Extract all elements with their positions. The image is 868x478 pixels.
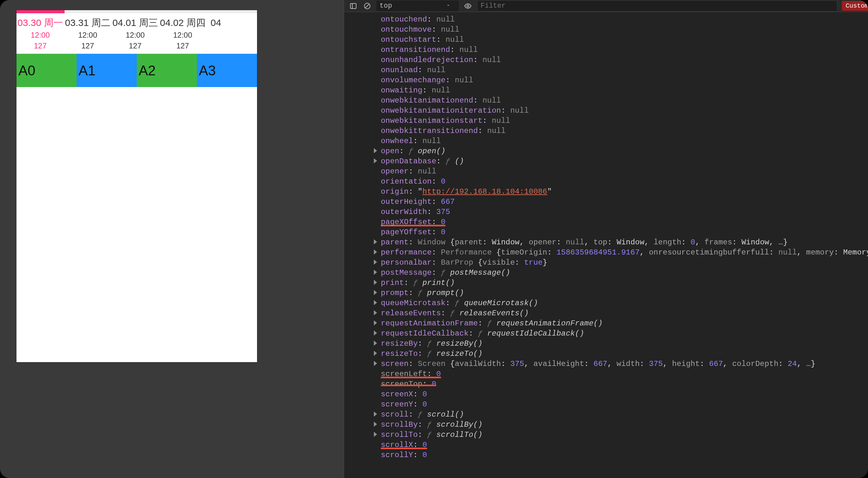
object-property-row: onwheel: null: [344, 136, 868, 146]
object-property-row: outerWidth: 375: [344, 207, 868, 217]
object-property-row[interactable]: postMessage: ƒ postMessage(): [344, 268, 868, 278]
object-property-row: screenLeft: 0: [344, 369, 868, 379]
tab-date: 03.30 周一: [17, 17, 64, 29]
expand-triangle-icon[interactable]: [374, 320, 377, 325]
object-property-row: screenTop: 0: [344, 379, 868, 389]
expand-triangle-icon[interactable]: [374, 148, 377, 153]
object-property-row: onunload: null: [344, 65, 868, 75]
expand-triangle-icon[interactable]: [374, 280, 377, 285]
object-property-row: onwebkitanimationstart: null: [344, 116, 868, 126]
object-property-row: scrollY: 0: [344, 450, 868, 460]
object-property-row: onwebkittransitionend: null: [344, 126, 868, 136]
object-property-row: ontouchend: null: [344, 14, 868, 25]
devtools-console: top Custom levels ontouchend: nullontouc…: [344, 0, 868, 478]
tab-count: 127: [64, 41, 112, 51]
object-property-row: orientation: 0: [344, 177, 868, 187]
date-tab[interactable]: 04: [207, 17, 225, 29]
tab-date: 04.02 周四: [159, 17, 207, 29]
object-property-row[interactable]: resizeBy: ƒ resizeBy(): [344, 339, 868, 349]
grid-cell[interactable]: A1: [76, 54, 137, 87]
expand-triangle-icon[interactable]: [374, 310, 377, 315]
expand-triangle-icon[interactable]: [374, 351, 377, 356]
tab-date: 04.01 周三: [112, 17, 159, 29]
object-property-row[interactable]: screen: Screen {availWidth: 375, availHe…: [344, 359, 868, 369]
chevron-down-icon: [446, 2, 451, 10]
object-property-row[interactable]: performance: Performance {timeOrigin: 15…: [344, 248, 868, 258]
expand-triangle-icon[interactable]: [374, 361, 377, 366]
expand-triangle-icon[interactable]: [374, 422, 377, 427]
object-property-row[interactable]: personalbar: BarProp {visible: true}: [344, 258, 868, 268]
expand-triangle-icon[interactable]: [374, 260, 377, 265]
context-selector-label: top: [379, 2, 392, 10]
tab-count: 127: [17, 41, 64, 51]
cells-row: A0A1A2A3: [17, 54, 257, 87]
object-property-row: ontransitionend: null: [344, 45, 868, 55]
object-property-row[interactable]: prompt: ƒ prompt(): [344, 288, 868, 298]
grid-cell[interactable]: A3: [197, 54, 257, 87]
grid-cell[interactable]: A2: [137, 54, 197, 87]
filter-input[interactable]: [477, 0, 837, 11]
sidebar-toggle-icon[interactable]: [348, 1, 358, 11]
object-property-row: opener: null: [344, 166, 868, 177]
tab-date: 04: [207, 17, 225, 29]
object-property-row[interactable]: resizeTo: ƒ resizeTo(): [344, 349, 868, 359]
progress-bar: [17, 10, 257, 13]
clear-console-icon[interactable]: [363, 1, 372, 11]
date-tab[interactable]: 03.31 周二12:00127: [64, 17, 112, 51]
date-tab[interactable]: 04.02 周四12:00127: [159, 17, 207, 51]
object-property-row[interactable]: requestIdleCallback: ƒ requestIdleCallba…: [344, 328, 868, 339]
tab-count: 127: [159, 41, 207, 51]
object-property-row: screenY: 0: [344, 400, 868, 410]
object-property-row: origin: "http://192.168.18.104:10086": [344, 187, 868, 197]
tab-time: 12:00: [64, 30, 112, 40]
object-property-row: onwebkitanimationiteration: null: [344, 106, 868, 116]
object-property-row: onwebkitanimationend: null: [344, 96, 868, 106]
object-property-row[interactable]: openDatabase: ƒ (): [344, 156, 868, 166]
object-property-row: onunhandledrejection: null: [344, 55, 868, 65]
object-property-row: ontouchmove: null: [344, 25, 868, 35]
object-property-row[interactable]: queueMicrotask: ƒ queueMicrotask(): [344, 298, 868, 308]
tab-time: 12:00: [159, 30, 207, 40]
expand-triangle-icon[interactable]: [374, 300, 377, 305]
expand-triangle-icon[interactable]: [374, 412, 377, 417]
object-property-row: scrollX: 0: [344, 440, 868, 450]
object-property-row[interactable]: scroll: ƒ scroll(): [344, 410, 868, 420]
object-property-row: outerHeight: 667: [344, 197, 868, 207]
object-property-row[interactable]: requestAnimationFrame: ƒ requestAnimatio…: [344, 318, 868, 328]
svg-line-3: [365, 4, 369, 8]
object-property-row[interactable]: scrollTo: ƒ scrollTo(): [344, 430, 868, 440]
levels-badge[interactable]: Custom levels: [842, 1, 868, 11]
object-property-row[interactable]: releaseEvents: ƒ releaseEvents(): [344, 308, 868, 318]
date-tab[interactable]: 03.30 周一12:00127: [17, 17, 64, 51]
tab-time: 12:00: [112, 30, 159, 40]
expand-triangle-icon[interactable]: [374, 330, 377, 336]
expand-triangle-icon[interactable]: [374, 270, 377, 275]
grid-cell[interactable]: A0: [17, 54, 76, 87]
object-property-row[interactable]: print: ƒ print(): [344, 278, 868, 288]
eye-icon[interactable]: [463, 1, 473, 11]
object-tree[interactable]: ontouchend: nullontouchmove: nullontouch…: [344, 12, 868, 478]
object-property-row: onvolumechange: null: [344, 75, 868, 86]
object-property-row[interactable]: open: ƒ open(): [344, 146, 868, 156]
svg-rect-0: [350, 3, 356, 8]
mobile-preview-pane: 03.30 周一12:0012703.31 周二12:0012704.01 周三…: [0, 0, 344, 478]
expand-triangle-icon[interactable]: [374, 158, 377, 163]
device-frame: 03.30 周一12:0012703.31 周二12:0012704.01 周三…: [17, 10, 257, 362]
object-property-row: screenX: 0: [344, 389, 868, 400]
object-property-row: pageXOffset: 0: [344, 217, 868, 227]
context-selector[interactable]: top: [376, 1, 459, 11]
tab-count: 127: [112, 41, 159, 51]
expand-triangle-icon[interactable]: [374, 341, 377, 346]
object-property-row: onwaiting: null: [344, 86, 868, 96]
date-tabs: 03.30 周一12:0012703.31 周二12:0012704.01 周三…: [17, 13, 257, 54]
object-property-row: pageYOffset: 0: [344, 227, 868, 237]
expand-triangle-icon[interactable]: [374, 432, 377, 437]
expand-triangle-icon[interactable]: [374, 290, 377, 295]
object-property-row[interactable]: scrollBy: ƒ scrollBy(): [344, 420, 868, 430]
expand-triangle-icon[interactable]: [374, 239, 377, 244]
svg-point-4: [467, 5, 469, 7]
date-tab[interactable]: 04.01 周三12:00127: [112, 17, 159, 51]
expand-triangle-icon[interactable]: [374, 250, 377, 255]
object-property-row: ontouchstart: null: [344, 35, 868, 45]
object-property-row[interactable]: parent: Window {parent: Window, opener: …: [344, 237, 868, 248]
